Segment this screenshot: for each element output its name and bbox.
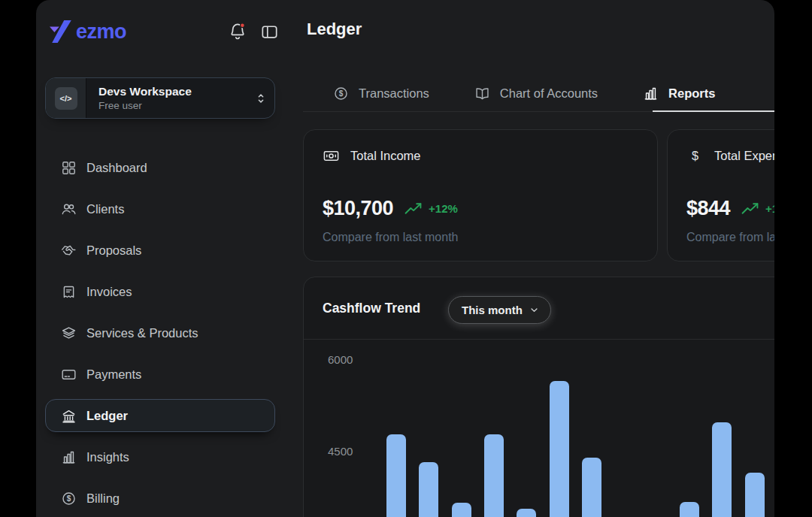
layers-icon	[61, 325, 77, 341]
workspace-icon-section: </>	[46, 78, 86, 118]
dollar-circle-icon: $	[333, 86, 349, 101]
logo-wordmark: ezmo	[76, 20, 126, 44]
sidebar-item-services-products[interactable]: Services & Products	[45, 316, 275, 349]
stat-compare-text: Compare from last month	[686, 231, 774, 244]
workspace-selector[interactable]: </> Devs Workspace Free user	[45, 77, 275, 119]
bank-icon	[61, 408, 77, 424]
workspace-name: Devs Workspace	[98, 85, 247, 98]
tab-label: Transactions	[359, 86, 429, 101]
cashflow-title: Cashflow Trend	[323, 301, 420, 316]
clients-icon	[61, 201, 77, 217]
chevron-down-icon	[529, 304, 540, 316]
cashflow-bar[interactable]	[386, 434, 406, 517]
panel-toggle-icon[interactable]	[259, 21, 280, 42]
cashflow-bar[interactable]	[419, 462, 438, 517]
tab-label: Chart of Accounts	[500, 86, 598, 101]
tab-reports[interactable]: Reports	[643, 75, 715, 111]
stat-card-title: Total Income	[350, 149, 421, 163]
dollar-circle-icon: $	[61, 491, 77, 506]
sidebar-item-dashboard[interactable]: Dashboard	[45, 151, 275, 184]
cashflow-card: Cashflow Trend This month 60004500	[303, 277, 774, 517]
stat-value: $10,700	[323, 197, 393, 220]
sidebar-item-payments[interactable]: Payments	[45, 358, 275, 391]
stat-compare-text: Compare from last month	[323, 231, 459, 244]
stat-card-header: $Total Expense	[686, 147, 774, 165]
sidebar-item-label: Proposals	[86, 243, 141, 258]
sidebar-item-label: Services & Products	[86, 326, 198, 340]
dashboard-grid-icon	[61, 160, 77, 176]
ezmo-logo-icon	[49, 20, 74, 44]
sidebar-item-label: Billing	[86, 491, 120, 506]
app-window: ezmo </> Devs Workspace Free user	[36, 0, 774, 517]
sidebar-item-clients[interactable]: Clients	[45, 192, 275, 225]
ezmo-logo: ezmo	[49, 18, 126, 45]
sidebar-item-label: Ledger	[86, 409, 128, 423]
sidebar-item-insights[interactable]: Insights	[45, 440, 275, 473]
stat-card-header: Total Income	[323, 147, 421, 165]
sidebar-nav: DashboardClientsProposalsInvoicesService…	[45, 151, 275, 515]
sidebar-item-invoices[interactable]: Invoices	[45, 275, 275, 308]
cashflow-bar[interactable]	[680, 502, 699, 517]
sidebar-item-label: Clients	[86, 202, 124, 216]
chevron-updown-icon	[247, 78, 274, 118]
tab-chart-of-accounts[interactable]: Chart of Accounts	[474, 75, 598, 111]
y-axis-tick: 6000	[328, 353, 353, 366]
tab-transactions[interactable]: $Transactions	[333, 75, 429, 111]
trend-up-icon	[741, 202, 759, 215]
bell-icon[interactable]	[227, 21, 248, 42]
stat-value-row: $844+1%	[686, 197, 774, 220]
handshake-icon	[61, 243, 77, 258]
stat-change-badge: +12%	[429, 202, 458, 215]
stat-cards-row: Total Income$10,700+12%Compare from last…	[303, 129, 774, 262]
banknote-icon	[323, 147, 340, 165]
open-book-icon	[474, 86, 490, 101]
stat-value-row: $10,700+12%	[323, 197, 458, 220]
page-title: Ledger	[307, 20, 362, 39]
stat-change-badge: +1%	[765, 202, 774, 215]
cashflow-bar[interactable]	[745, 473, 765, 517]
cashflow-bar[interactable]	[550, 381, 569, 517]
cashflow-bar-chart: 60004500	[304, 339, 774, 517]
y-axis-tick: 4500	[328, 445, 353, 458]
desktop-background: ezmo </> Devs Workspace Free user	[0, 0, 812, 517]
trend-up-icon	[404, 202, 422, 215]
credit-card-icon	[61, 367, 77, 382]
bar-chart-icon	[61, 449, 77, 465]
sidebar-item-billing[interactable]: $Billing	[45, 482, 275, 515]
invoice-icon	[61, 284, 77, 300]
svg-text:$: $	[67, 494, 71, 503]
cashflow-bar[interactable]	[582, 458, 601, 517]
sidebar-item-label: Insights	[86, 450, 129, 464]
workspace-text: Devs Workspace Free user	[86, 78, 247, 118]
sidebar-item-label: Payments	[86, 367, 141, 382]
stat-card-title: Total Expense	[714, 149, 774, 163]
dollar-sign-icon: $	[686, 147, 704, 165]
cashflow-bar[interactable]	[484, 434, 504, 517]
active-tab-underline	[653, 110, 774, 112]
sidebar-item-proposals[interactable]: Proposals	[45, 234, 275, 267]
bar-chart-icon	[643, 86, 659, 101]
sidebar-item-label: Invoices	[86, 285, 132, 299]
sidebar-item-ledger[interactable]: Ledger	[45, 399, 275, 432]
cashflow-period-dropdown[interactable]: This month	[448, 296, 551, 324]
workspace-plan: Free user	[98, 100, 247, 111]
tab-label: Reports	[668, 86, 715, 101]
code-icon: </>	[55, 87, 77, 110]
stat-card-total-income: Total Income$10,700+12%Compare from last…	[303, 129, 658, 262]
stat-card-total-expense: $Total Expense$844+1%Compare from last m…	[667, 129, 774, 262]
stat-value: $844	[686, 197, 730, 220]
cashflow-bar[interactable]	[452, 503, 471, 517]
sidebar-item-label: Dashboard	[86, 161, 147, 175]
svg-text:$: $	[692, 149, 698, 162]
cashflow-bar[interactable]	[517, 509, 536, 517]
tab-bar: $TransactionsChart of AccountsReports	[303, 75, 774, 112]
cashflow-bar[interactable]	[712, 422, 732, 517]
cashflow-period-label: This month	[462, 304, 523, 316]
svg-text:$: $	[339, 89, 344, 98]
